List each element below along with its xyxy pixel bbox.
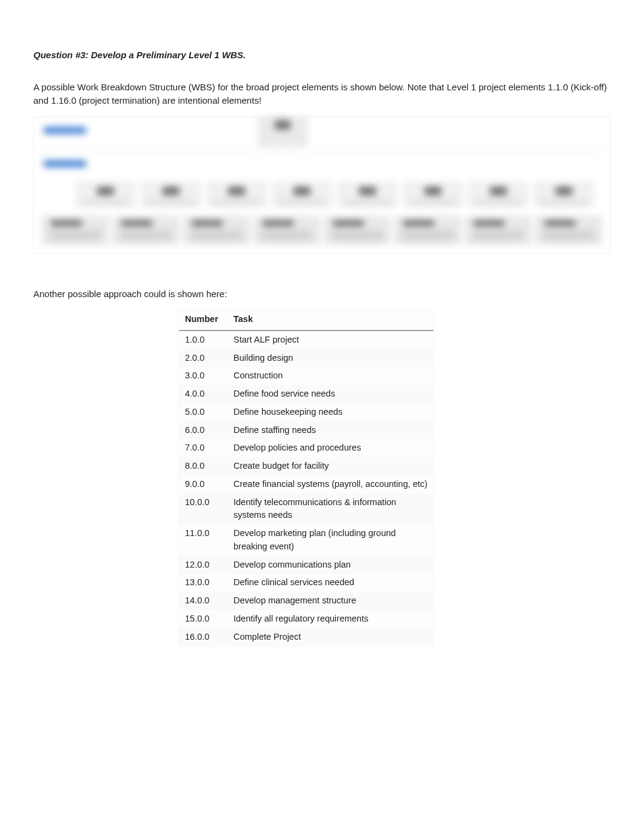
cell-number: 2.0.0 [179, 349, 227, 367]
cell-number: 13.0.0 [179, 574, 227, 592]
table-row: 4.0.0Define food service needs [179, 385, 434, 403]
diagram-box [142, 183, 200, 207]
wbs-table: Number Task 1.0.0Start ALF project2.0.0B… [179, 309, 434, 646]
cell-number: 7.0.0 [179, 439, 227, 457]
table-row: 9.0.0Create financial systems (payroll, … [179, 475, 434, 494]
cell-number: 14.0.0 [179, 592, 227, 610]
table-row: 16.0.0Complete Project [179, 628, 434, 646]
cell-task: Develop policies and procedures [227, 439, 434, 457]
cell-number: 11.0.0 [179, 525, 227, 556]
diagram-box [469, 183, 528, 207]
cell-number: 12.0.0 [179, 556, 227, 574]
diagram-box [42, 216, 108, 244]
diagram-row-level1 [40, 175, 604, 212]
table-header-task: Task [227, 309, 434, 330]
cell-number: 9.0.0 [179, 475, 227, 494]
diagram-box [338, 183, 397, 207]
cell-task: Develop management structure [227, 592, 434, 610]
diagram-separator [40, 151, 604, 152]
cell-task: Define food service needs [227, 385, 434, 403]
wbs-diagram-placeholder [33, 116, 611, 253]
sub-paragraph: Another possible approach could is shown… [33, 287, 611, 301]
table-row: 15.0.0Identify all regulatory requiremen… [179, 610, 434, 628]
diagram-box [273, 183, 331, 207]
table-row: 14.0.0Develop management structure [179, 592, 434, 610]
diagram-label-top [44, 127, 86, 134]
cell-task: Complete Project [227, 628, 434, 646]
diagram-box [254, 216, 320, 244]
table-row: 6.0.0Define staffing needs [179, 421, 434, 440]
cell-task: Define housekeeping needs [227, 403, 434, 421]
cell-task: Identify telecommunications & informatio… [227, 494, 434, 525]
cell-number: 6.0.0 [179, 421, 227, 440]
table-row: 1.0.0Start ALF project [179, 330, 434, 349]
table-row: 5.0.0Define housekeeping needs [179, 403, 434, 421]
cell-task: Start ALF project [227, 330, 434, 349]
cell-number: 1.0.0 [179, 330, 227, 349]
cell-task: Define clinical services needed [227, 574, 434, 592]
cell-number: 4.0.0 [179, 385, 227, 403]
table-row: 12.0.0Develop communications plan [179, 556, 434, 574]
diagram-label-mid [44, 160, 86, 167]
diagram-box [404, 183, 462, 207]
blurred-content [40, 121, 604, 248]
diagram-box [395, 216, 460, 244]
cell-task: Create budget for facility [227, 457, 434, 475]
cell-task: Create financial systems (payroll, accou… [227, 475, 434, 494]
cell-task: Identify all regulatory requirements [227, 610, 434, 628]
cell-number: 8.0.0 [179, 457, 227, 475]
cell-task: Define staffing needs [227, 421, 434, 440]
diagram-box [184, 216, 249, 244]
cell-task: Develop communications plan [227, 556, 434, 574]
table-row: 11.0.0Develop marketing plan (including … [179, 525, 434, 556]
diagram-box [536, 216, 602, 244]
diagram-box [113, 216, 178, 244]
table-row: 2.0.0Building design [179, 349, 434, 367]
table-row: 8.0.0Create budget for facility [179, 457, 434, 475]
diagram-box [76, 183, 135, 207]
table-row: 13.0.0Define clinical services needed [179, 574, 434, 592]
cell-number: 5.0.0 [179, 403, 227, 421]
question-heading: Question #3: Develop a Preliminary Level… [33, 49, 611, 62]
intro-paragraph: A possible Work Breakdown Structure (WBS… [33, 81, 611, 108]
cell-number: 10.0.0 [179, 494, 227, 525]
table-row: 10.0.0Identify telecommunications & info… [179, 494, 434, 525]
table-row: 7.0.0Develop policies and procedures [179, 439, 434, 457]
cell-number: 15.0.0 [179, 610, 227, 628]
table-header-number: Number [179, 309, 227, 330]
diagram-box [324, 216, 390, 244]
cell-task: Construction [227, 367, 434, 385]
diagram-root-box [258, 117, 307, 146]
diagram-row-level2 [40, 212, 604, 248]
table-row: 3.0.0Construction [179, 367, 434, 385]
diagram-box [535, 183, 593, 207]
cell-task: Develop marketing plan (including ground… [227, 525, 434, 556]
diagram-box [466, 216, 531, 244]
cell-number: 16.0.0 [179, 628, 227, 646]
diagram-box [207, 183, 266, 207]
cell-number: 3.0.0 [179, 367, 227, 385]
cell-task: Building design [227, 349, 434, 367]
